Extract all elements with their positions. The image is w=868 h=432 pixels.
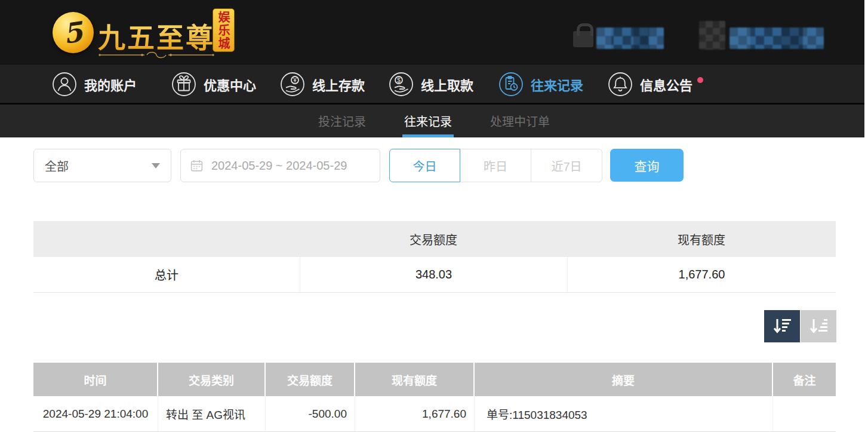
records-icon bbox=[498, 71, 524, 97]
brand-badge: 娱乐城 bbox=[213, 8, 235, 52]
nav-item-promotions[interactable]: 优惠中心 bbox=[171, 65, 256, 103]
summary-col-current-balance: 现有额度 bbox=[567, 221, 836, 257]
nav-item-label: 线上存款 bbox=[312, 75, 365, 94]
lock-icon bbox=[573, 31, 593, 47]
records-col-remark: 备注 bbox=[773, 363, 836, 396]
sort-ascending-button[interactable] bbox=[801, 310, 836, 342]
svg-text:$: $ bbox=[397, 76, 401, 83]
records-col-summary: 摘要 bbox=[475, 363, 773, 396]
tab-label: 处理中订单 bbox=[490, 112, 550, 130]
selected-option: 全部 bbox=[45, 157, 69, 174]
quick-range-last7days[interactable]: 近7日 bbox=[531, 149, 602, 182]
brand-logo-icon: 5 bbox=[53, 12, 94, 53]
notification-dot bbox=[697, 77, 703, 83]
nav-item-label: 往来记录 bbox=[531, 75, 583, 94]
records-col-type: 交易类别 bbox=[158, 363, 266, 396]
records-table-header: 时间 交易类别 交易额度 现有额度 摘要 备注 bbox=[33, 363, 836, 396]
top-header: 5 九五至尊 娱乐城 bbox=[0, 0, 868, 64]
blurred-balance[interactable] bbox=[596, 27, 664, 49]
summary-total-row: 总计 348.03 1,677.60 bbox=[33, 257, 836, 293]
record-balance: 1,677.60 bbox=[355, 396, 475, 431]
tab-label: 往来记录 bbox=[404, 112, 452, 130]
user-icon bbox=[51, 71, 78, 97]
transaction-type-select[interactable]: 全部 bbox=[33, 149, 171, 182]
blurred-username[interactable] bbox=[730, 27, 824, 49]
table-row: 2024-05-29 21:04:00 转出 至 AG视讯 -500.00 1,… bbox=[33, 396, 836, 432]
nav-item-label: 我的账户 bbox=[84, 75, 137, 94]
record-remark bbox=[773, 396, 836, 431]
svg-text:¥: ¥ bbox=[293, 76, 297, 83]
records-col-time: 时间 bbox=[33, 363, 158, 396]
nav-item-announcements[interactable]: 信息公告 bbox=[607, 65, 692, 103]
page: 5 九五至尊 娱乐城 bbox=[0, 0, 868, 432]
nav-item-my-account[interactable]: 我的账户 bbox=[51, 65, 137, 103]
date-range-input[interactable]: 2024-05-29 ~ 2024-05-29 bbox=[180, 149, 380, 182]
tab-label: 投注记录 bbox=[318, 112, 366, 130]
summary-col-transaction-amount: 交易额度 bbox=[300, 221, 567, 257]
summary-table-header: 交易额度 现有额度 bbox=[33, 221, 836, 257]
brand-logo-glyph: 5 bbox=[61, 17, 84, 47]
record-type: 转出 至 AG视讯 bbox=[158, 396, 266, 431]
date-range-value: 2024-05-29 ~ 2024-05-29 bbox=[211, 159, 347, 173]
summary-transaction-amount: 348.03 bbox=[300, 257, 567, 292]
sub-tab-bar: 投注记录 往来记录 处理中订单 bbox=[0, 105, 868, 137]
summary-current-balance: 1,677.60 bbox=[567, 257, 836, 292]
deposit-icon: ¥ bbox=[279, 71, 306, 97]
main-nav: 我的账户 优惠中心 ¥ bbox=[0, 64, 868, 103]
nav-item-label: 信息公告 bbox=[640, 75, 692, 94]
summary-total-label: 总计 bbox=[33, 257, 300, 292]
tab-transaction-records[interactable]: 往来记录 bbox=[402, 105, 454, 137]
tab-processing-orders[interactable]: 处理中订单 bbox=[488, 105, 552, 137]
quick-range-group: 今日 昨日 近7日 bbox=[389, 149, 602, 182]
tab-betting-records[interactable]: 投注记录 bbox=[316, 105, 368, 137]
summary-col-empty bbox=[33, 221, 300, 257]
record-summary: 单号:115031834053 bbox=[475, 396, 773, 431]
quick-range-today[interactable]: 今日 bbox=[389, 149, 460, 182]
scrollbar-track[interactable] bbox=[864, 0, 868, 137]
blurred-avatar[interactable] bbox=[699, 21, 725, 50]
nav-item-withdraw[interactable]: $ 线上取款 bbox=[388, 65, 473, 103]
withdraw-icon: $ bbox=[388, 71, 414, 97]
brand-flourish-icon bbox=[97, 50, 216, 60]
brand-logo[interactable]: 5 九五至尊 娱乐城 bbox=[53, 7, 238, 61]
query-button[interactable]: 查询 bbox=[610, 149, 684, 182]
record-time: 2024-05-29 21:04:00 bbox=[33, 396, 158, 431]
nav-item-label: 优惠中心 bbox=[204, 75, 256, 94]
nav-item-transaction-records[interactable]: 往来记录 bbox=[498, 65, 583, 103]
bell-icon bbox=[607, 71, 633, 97]
nav-item-deposit[interactable]: ¥ 线上存款 bbox=[279, 65, 365, 103]
record-amount: -500.00 bbox=[266, 396, 355, 431]
sort-descending-icon bbox=[772, 317, 792, 335]
records-col-transaction-amount: 交易额度 bbox=[266, 363, 355, 396]
gift-icon bbox=[171, 71, 197, 97]
sort-descending-button[interactable] bbox=[764, 310, 800, 342]
sort-ascending-icon bbox=[808, 317, 829, 335]
nav-item-label: 线上取款 bbox=[421, 75, 473, 94]
quick-range-yesterday[interactable]: 昨日 bbox=[460, 149, 531, 182]
sort-button-group bbox=[764, 310, 836, 342]
records-col-current-balance: 现有额度 bbox=[355, 363, 475, 396]
calendar-icon bbox=[190, 159, 204, 173]
brand-name: 九五至尊 bbox=[98, 16, 215, 55]
chevron-down-icon bbox=[152, 163, 160, 168]
